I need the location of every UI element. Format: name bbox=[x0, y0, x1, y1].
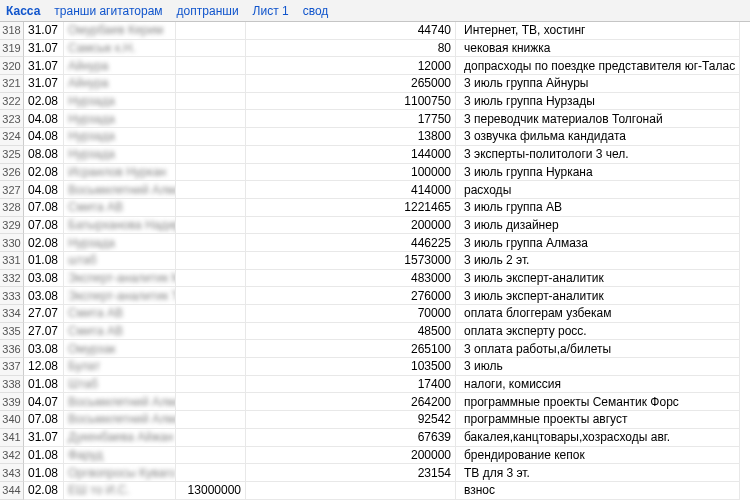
cell-amount-2[interactable]: 17400 bbox=[246, 376, 456, 394]
row-number[interactable]: 323 bbox=[0, 110, 24, 128]
cell-date[interactable]: 12.08 bbox=[24, 358, 64, 376]
cell-name[interactable]: Восьмилетний Алмаз bbox=[64, 393, 176, 411]
row-number[interactable]: 331 bbox=[0, 252, 24, 270]
cell-description[interactable]: налоги, комиссия bbox=[456, 376, 740, 394]
cell-amount-1[interactable] bbox=[176, 252, 246, 270]
cell-amount-1[interactable] bbox=[176, 234, 246, 252]
cell-name[interactable]: Омурбаев Керим bbox=[64, 22, 176, 40]
cell-description[interactable]: взнос bbox=[456, 482, 740, 500]
cell-name[interactable]: Айнура bbox=[64, 75, 176, 93]
cell-name[interactable]: Нурзада bbox=[64, 93, 176, 111]
cell-amount-2[interactable]: 200000 bbox=[246, 447, 456, 465]
sheet-tab[interactable]: транши агитаторам bbox=[54, 4, 162, 18]
row-number[interactable]: 324 bbox=[0, 128, 24, 146]
row-number[interactable]: 325 bbox=[0, 146, 24, 164]
cell-amount-1[interactable] bbox=[176, 287, 246, 305]
cell-description[interactable]: чековая книжка bbox=[456, 40, 740, 58]
cell-date[interactable]: 31.07 bbox=[24, 22, 64, 40]
cell-amount-1[interactable] bbox=[176, 323, 246, 341]
cell-amount-2[interactable]: 17750 bbox=[246, 110, 456, 128]
cell-amount-1[interactable] bbox=[176, 146, 246, 164]
cell-date[interactable]: 01.08 bbox=[24, 447, 64, 465]
cell-date[interactable]: 02.08 bbox=[24, 234, 64, 252]
cell-amount-1[interactable] bbox=[176, 75, 246, 93]
cell-amount-2[interactable]: 200000 bbox=[246, 217, 456, 235]
cell-name[interactable]: ЕШ то И.С. bbox=[64, 482, 176, 500]
row-number[interactable]: 338 bbox=[0, 376, 24, 394]
cell-date[interactable]: 02.08 bbox=[24, 164, 64, 182]
cell-date[interactable]: 31.07 bbox=[24, 429, 64, 447]
cell-amount-1[interactable] bbox=[176, 22, 246, 40]
cell-amount-2[interactable]: 265000 bbox=[246, 75, 456, 93]
cell-description[interactable]: расходы bbox=[456, 181, 740, 199]
cell-amount-1[interactable] bbox=[176, 199, 246, 217]
sheet-tab[interactable]: свод bbox=[303, 4, 329, 18]
cell-date[interactable]: 01.08 bbox=[24, 252, 64, 270]
cell-amount-2[interactable]: 13800 bbox=[246, 128, 456, 146]
cell-description[interactable]: 3 переводчик материалов Толгонай bbox=[456, 110, 740, 128]
cell-amount-2[interactable]: 265100 bbox=[246, 340, 456, 358]
cell-amount-1[interactable] bbox=[176, 93, 246, 111]
cell-description[interactable]: 3 июль эксперт-аналитик bbox=[456, 270, 740, 288]
cell-amount-2[interactable]: 483000 bbox=[246, 270, 456, 288]
cell-amount-1[interactable] bbox=[176, 376, 246, 394]
cell-amount-1[interactable] bbox=[176, 164, 246, 182]
row-number[interactable]: 319 bbox=[0, 40, 24, 58]
cell-name[interactable]: Айнура bbox=[64, 57, 176, 75]
cell-amount-2[interactable] bbox=[246, 482, 456, 500]
sheet-tab[interactable]: доптранши bbox=[177, 4, 239, 18]
cell-amount-1[interactable] bbox=[176, 110, 246, 128]
cell-amount-2[interactable]: 23154 bbox=[246, 464, 456, 482]
cell-amount-1[interactable] bbox=[176, 128, 246, 146]
cell-name[interactable]: Восьмилетний Алмаз bbox=[64, 181, 176, 199]
row-number[interactable]: 320 bbox=[0, 57, 24, 75]
cell-date[interactable]: 03.08 bbox=[24, 270, 64, 288]
cell-date[interactable]: 04.07 bbox=[24, 393, 64, 411]
cell-amount-2[interactable]: 276000 bbox=[246, 287, 456, 305]
cell-description[interactable]: 3 июль дизайнер bbox=[456, 217, 740, 235]
cell-amount-2[interactable]: 48500 bbox=[246, 323, 456, 341]
row-number[interactable]: 342 bbox=[0, 447, 24, 465]
cell-date[interactable]: 01.08 bbox=[24, 464, 64, 482]
cell-amount-2[interactable]: 446225 bbox=[246, 234, 456, 252]
cell-name[interactable]: Нурзада bbox=[64, 146, 176, 164]
cell-date[interactable]: 02.08 bbox=[24, 482, 64, 500]
cell-description[interactable]: допрасходы по поездке представителя юг-Т… bbox=[456, 57, 740, 75]
cell-description[interactable]: 3 июль эксперт-аналитик bbox=[456, 287, 740, 305]
row-number[interactable]: 339 bbox=[0, 393, 24, 411]
cell-amount-2[interactable]: 1573000 bbox=[246, 252, 456, 270]
row-number[interactable]: 340 bbox=[0, 411, 24, 429]
row-number[interactable]: 328 bbox=[0, 199, 24, 217]
cell-date[interactable]: 01.08 bbox=[24, 376, 64, 394]
cell-amount-1[interactable] bbox=[176, 393, 246, 411]
cell-name[interactable]: Нурзада bbox=[64, 128, 176, 146]
cell-amount-2[interactable]: 1221465 bbox=[246, 199, 456, 217]
cell-description[interactable]: 3 июль 2 эт. bbox=[456, 252, 740, 270]
cell-name[interactable]: Смита АВ bbox=[64, 305, 176, 323]
row-number[interactable]: 326 bbox=[0, 164, 24, 182]
cell-amount-2[interactable]: 100000 bbox=[246, 164, 456, 182]
cell-date[interactable]: 03.08 bbox=[24, 340, 64, 358]
cell-description[interactable]: 3 июль группа Нуркана bbox=[456, 164, 740, 182]
row-number[interactable]: 322 bbox=[0, 93, 24, 111]
cell-date[interactable]: 04.08 bbox=[24, 128, 64, 146]
cell-amount-2[interactable]: 12000 bbox=[246, 57, 456, 75]
cell-date[interactable]: 08.08 bbox=[24, 146, 64, 164]
row-number[interactable]: 330 bbox=[0, 234, 24, 252]
cell-name[interactable]: Самсык к.Н. bbox=[64, 40, 176, 58]
row-number[interactable]: 318 bbox=[0, 22, 24, 40]
cell-amount-1[interactable] bbox=[176, 340, 246, 358]
cell-date[interactable]: 31.07 bbox=[24, 75, 64, 93]
cell-description[interactable]: 3 июль группа АВ bbox=[456, 199, 740, 217]
cell-amount-1[interactable] bbox=[176, 40, 246, 58]
cell-name[interactable]: Фаруд bbox=[64, 447, 176, 465]
cell-amount-1[interactable] bbox=[176, 181, 246, 199]
cell-amount-1[interactable] bbox=[176, 217, 246, 235]
cell-description[interactable]: брендирование кепок bbox=[456, 447, 740, 465]
cell-amount-2[interactable]: 70000 bbox=[246, 305, 456, 323]
cell-amount-1[interactable] bbox=[176, 305, 246, 323]
cell-date[interactable]: 27.07 bbox=[24, 323, 64, 341]
cell-amount-1[interactable] bbox=[176, 464, 246, 482]
cell-amount-2[interactable]: 80 bbox=[246, 40, 456, 58]
cell-name[interactable]: штаб bbox=[64, 252, 176, 270]
